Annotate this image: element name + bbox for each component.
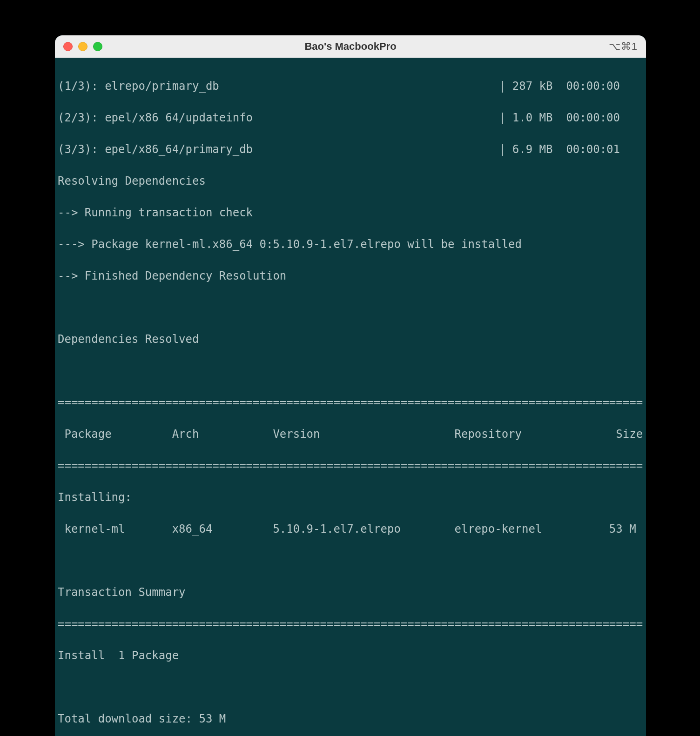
terminal-line: ---> Package kernel-ml.x86_64 0:5.10.9-1… <box>58 236 643 252</box>
terminal-body[interactable]: (1/3): elrepo/primary_db| 287 kB 00:00:0… <box>55 58 646 736</box>
terminal-line: Total download size: 53 M <box>58 711 643 727</box>
terminal-window: Bao's MacbookPro ⌥⌘1 (1/3): elrepo/prima… <box>55 35 646 736</box>
separator: ========================================… <box>58 458 643 474</box>
window-shortcut-label: ⌥⌘1 <box>609 40 638 53</box>
download-row: (1/3): elrepo/primary_db| 287 kB 00:00:0… <box>58 78 643 94</box>
window-title: Bao's MacbookPro <box>55 40 646 53</box>
minimize-icon[interactable] <box>78 42 88 51</box>
terminal-line: Resolving Dependencies <box>58 173 643 189</box>
table-header: Package Arch Version Repository Size <box>58 426 643 442</box>
terminal-line <box>58 553 643 569</box>
terminal-line <box>58 679 643 695</box>
close-icon[interactable] <box>63 42 73 51</box>
terminal-line: Install 1 Package <box>58 648 643 663</box>
titlebar: Bao's MacbookPro ⌥⌘1 <box>55 35 646 58</box>
zoom-icon[interactable] <box>93 42 102 51</box>
terminal-line: --> Running transaction check <box>58 205 643 221</box>
separator: ========================================… <box>58 616 643 632</box>
terminal-line: Transaction Summary <box>58 584 643 600</box>
terminal-line <box>58 363 643 379</box>
table-row: kernel-ml x86_64 5.10.9-1.el7.elrepo elr… <box>58 521 643 537</box>
terminal-line: Installing: <box>58 489 643 505</box>
terminal-line <box>58 300 643 315</box>
download-row: (2/3): epel/x86_64/updateinfo| 1.0 MB 00… <box>58 110 643 126</box>
separator: ========================================… <box>58 395 643 410</box>
window-controls <box>63 42 102 51</box>
terminal-line: Dependencies Resolved <box>58 331 643 347</box>
download-row: (3/3): epel/x86_64/primary_db| 6.9 MB 00… <box>58 141 643 157</box>
terminal-line: --> Finished Dependency Resolution <box>58 268 643 284</box>
